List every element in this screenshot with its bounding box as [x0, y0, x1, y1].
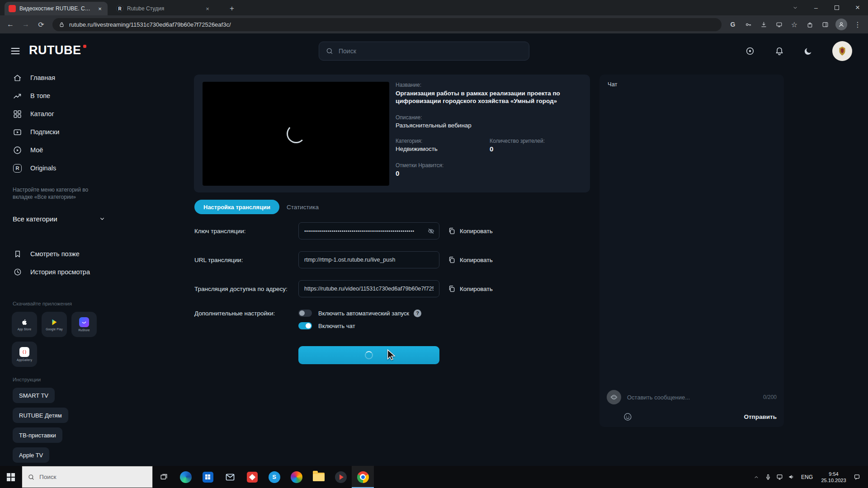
forward-button[interactable]: →: [19, 18, 33, 31]
site-search[interactable]: [319, 42, 529, 61]
tray-chevron-up-icon[interactable]: [750, 466, 762, 488]
chat-message-input[interactable]: [627, 394, 757, 401]
rustore-badge[interactable]: RuStore: [71, 312, 97, 337]
keyboard-language[interactable]: ENG: [797, 474, 816, 480]
share-link-value: https://rutube.ru/video/11531c730ed6af79…: [304, 286, 434, 292]
video-player[interactable]: [203, 82, 389, 186]
google-play-badge[interactable]: Google Play: [42, 312, 67, 337]
app-store-badge[interactable]: App Store: [12, 312, 37, 337]
bookmark-star-icon[interactable]: ☆: [788, 18, 801, 31]
tab-close-icon[interactable]: ×: [204, 5, 211, 12]
notifications-bell-icon[interactable]: [770, 42, 788, 60]
google-play-icon: [50, 318, 58, 326]
stream-name-label: Название:: [396, 82, 421, 88]
app-badge-caption: App Store: [18, 328, 32, 331]
share-link-field[interactable]: https://rutube.ru/video/11531c730ed6af79…: [298, 280, 439, 297]
stream-url-field[interactable]: rtmp://rtmp-1.ost.rutube.ru/live_push: [298, 251, 439, 268]
taskbar-app-red[interactable]: [241, 466, 263, 488]
sidebar-item-history[interactable]: История просмотра: [0, 263, 118, 281]
taskbar-app-edge[interactable]: [175, 466, 197, 488]
password-key-icon[interactable]: [741, 18, 755, 31]
sidebar-item-watch-later[interactable]: Смотреть позже: [0, 245, 118, 263]
all-categories-dropdown[interactable]: Все категории: [0, 209, 118, 229]
hamburger-menu-icon[interactable]: [8, 44, 23, 58]
sidebar-item-originals[interactable]: R Originals: [0, 159, 118, 177]
back-button[interactable]: ←: [4, 18, 17, 31]
site-search-input[interactable]: [339, 47, 523, 55]
taskbar-app-chrome[interactable]: [352, 466, 374, 488]
maximize-button[interactable]: [826, 0, 847, 15]
rutube-studio-favicon: R: [116, 5, 123, 12]
dark-mode-moon-icon[interactable]: [799, 42, 817, 60]
live-streams-icon[interactable]: [741, 42, 759, 60]
taskbar-app-explorer[interactable]: [307, 466, 330, 488]
sidebar-item-label: Моё: [30, 146, 43, 154]
sidebar-item-top[interactable]: В топе: [0, 87, 118, 105]
taskbar-app-skype[interactable]: S: [263, 466, 285, 488]
copy-stream-key-button[interactable]: Копировать: [448, 222, 493, 239]
tab-stream-settings[interactable]: Настройка трансляции: [194, 200, 279, 214]
browser-tab-rutube[interactable]: Видеохостинг RUTUBE. Смотри ×: [5, 2, 108, 15]
network-icon[interactable]: [774, 466, 786, 488]
volume-icon[interactable]: [786, 466, 797, 488]
tab-search-chevron-icon[interactable]: [785, 0, 806, 15]
chat-send-button[interactable]: Отправить: [744, 413, 777, 420]
browser-toolbar: ← → ⟳ rutube.ru/livestreaming/11531c730e…: [0, 15, 868, 33]
sidebar-item-catalog[interactable]: Каталог: [0, 105, 118, 123]
instruction-rutube-kids[interactable]: RUTUBE Детям: [13, 408, 68, 423]
menu-kebab-icon[interactable]: ⋮: [851, 18, 864, 31]
rutube-logo[interactable]: RUTUBE: [29, 43, 86, 57]
new-tab-button[interactable]: +: [226, 3, 238, 14]
browser-profile-avatar[interactable]: [835, 19, 847, 30]
tab-statistics[interactable]: Статистика: [287, 200, 319, 214]
sidebar-item-subscriptions[interactable]: Подписки: [0, 123, 118, 141]
taskbar-clock[interactable]: 9:54 25.10.2023: [816, 471, 851, 483]
taskbar-app-mail[interactable]: [219, 466, 241, 488]
subscriptions-icon: [13, 127, 22, 137]
stream-key-field[interactable]: ••••••••••••••••••••••••••••••••••••••••…: [298, 222, 439, 239]
translate-icon[interactable]: G: [726, 18, 740, 31]
user-avatar[interactable]: [832, 41, 852, 61]
taskbar-app-player[interactable]: [330, 466, 352, 488]
microphone-icon[interactable]: [762, 466, 774, 488]
taskbar-app-media[interactable]: [285, 466, 307, 488]
taskbar-app-store[interactable]: [197, 466, 219, 488]
send-to-device-icon[interactable]: [772, 18, 786, 31]
trending-icon: [13, 91, 22, 101]
player-loading-spinner: [287, 124, 306, 143]
minimize-button[interactable]: –: [806, 0, 826, 15]
reload-button[interactable]: ⟳: [34, 18, 48, 31]
window-controls: – ×: [785, 0, 868, 15]
search-icon: [326, 47, 334, 55]
instruction-apple-tv[interactable]: Apple TV: [13, 447, 49, 463]
address-bar[interactable]: rutube.ru/livestreaming/11531c730ed6af79…: [52, 18, 722, 31]
copy-share-link-button[interactable]: Копировать: [448, 280, 493, 297]
start-button[interactable]: [0, 466, 22, 488]
download-icon[interactable]: [757, 18, 770, 31]
close-button[interactable]: ×: [847, 0, 868, 15]
stream-description: Разъяснительный вебинар: [396, 122, 472, 129]
mouse-cursor: [385, 349, 397, 362]
tab-close-icon[interactable]: ×: [96, 5, 104, 12]
taskbar-search-input[interactable]: [39, 474, 147, 480]
chat-toggle[interactable]: [298, 322, 312, 329]
taskbar-search[interactable]: [22, 466, 153, 488]
sidebar-item-home[interactable]: Главная: [0, 69, 118, 87]
appgallery-badge[interactable]: AppGallery: [12, 342, 37, 367]
instruction-smart-tv[interactable]: SMART TV: [13, 388, 55, 403]
side-panel-icon[interactable]: [818, 18, 832, 31]
copy-stream-url-button[interactable]: Копировать: [448, 251, 493, 268]
extensions-icon[interactable]: [803, 18, 816, 31]
show-key-eye-icon[interactable]: [427, 227, 435, 235]
rutube-logo-text: RUTUBE: [29, 43, 81, 57]
start-stream-button[interactable]: [298, 346, 439, 364]
help-question-icon[interactable]: ?: [414, 310, 421, 317]
instruction-tv-box[interactable]: ТВ-приставки: [13, 427, 62, 443]
autostart-toggle[interactable]: [298, 310, 312, 317]
task-view-button[interactable]: [153, 466, 175, 488]
browser-tab-studio[interactable]: R Rutube Студия ×: [112, 2, 215, 15]
sidebar-item-my[interactable]: Моё: [0, 141, 118, 159]
action-center-icon[interactable]: [851, 466, 863, 488]
stream-url-value: rtmp://rtmp-1.ost.rutube.ru/live_push: [304, 257, 395, 263]
emoji-smiley-icon[interactable]: [623, 412, 632, 422]
